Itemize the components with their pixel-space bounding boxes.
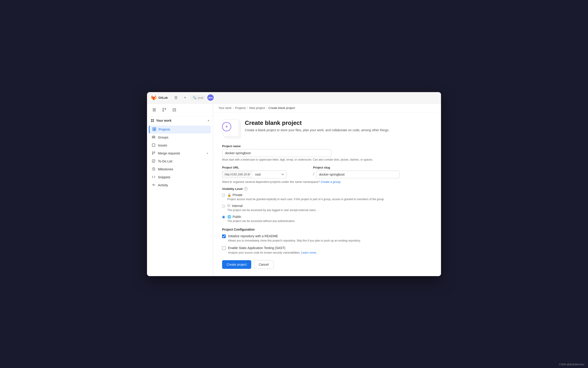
svg-rect-1	[153, 110, 156, 110]
visibility-internal-radio[interactable]	[222, 205, 225, 208]
project-url-label: Project URL	[222, 166, 308, 169]
sidebar-item-projects[interactable]: Projects	[149, 126, 211, 134]
init-readme-checkbox[interactable]	[222, 234, 226, 238]
app-logo: GitLab	[151, 94, 168, 101]
create-group-link[interactable]: Create a group.	[321, 180, 341, 184]
sast-desc: Analyze your source code for known secur…	[228, 250, 317, 255]
sast-checkbox[interactable]	[222, 246, 226, 250]
svg-rect-11	[153, 128, 154, 129]
svg-point-16	[152, 137, 153, 137]
project-slug-group: Project slug /	[313, 166, 400, 178]
visibility-public-radio[interactable]	[222, 216, 225, 219]
cancel-button[interactable]: Cancel	[254, 260, 273, 269]
visibility-private-label[interactable]: 🔒 Private	[227, 193, 384, 197]
sidebar-section-title: Your work	[151, 119, 171, 122]
search-placeholder: avai	[198, 96, 203, 99]
visibility-internal-option: 🛡 Internal The project can be accessed b…	[222, 204, 400, 212]
svg-point-20	[154, 152, 155, 153]
sidebar-item-groups[interactable]: Groups	[149, 134, 211, 141]
gitlab-fox-icon	[151, 94, 157, 101]
titlebar-actions: ☰ + 🔍 avai ava	[172, 94, 214, 101]
merge-requests-icon-btn[interactable]	[160, 106, 169, 114]
svg-rect-10	[153, 121, 154, 122]
sast-option: Enable Static Application Testing (SAST)…	[222, 246, 400, 255]
todo-list-icon	[151, 159, 156, 164]
sidebar-item-milestones[interactable]: Milestones	[149, 165, 211, 173]
sidebar-nav-icon-1[interactable]	[150, 106, 159, 114]
sidebar-item-issues[interactable]: Issues	[149, 141, 211, 149]
project-url-group: Project URL http://192.168.19.8/ root	[222, 166, 308, 178]
merge-requests-icon	[151, 151, 156, 156]
svg-rect-2	[153, 111, 156, 111]
svg-rect-18	[152, 144, 155, 147]
svg-rect-14	[155, 129, 156, 131]
sidebar-item-snippets[interactable]: Snippets	[149, 173, 211, 181]
merge-icon	[162, 108, 166, 112]
issues-icon	[151, 143, 156, 147]
sidebar-item-merge-requests[interactable]: Merge requests ▾	[149, 149, 211, 157]
sidebar-section-header[interactable]: Your work ▾	[147, 116, 213, 125]
page-header: + Create blank project Create a blank pr…	[222, 120, 400, 138]
breadcrumb-new-project[interactable]: New project	[249, 106, 265, 110]
sidebar-toggle-button[interactable]: ☰	[172, 94, 179, 101]
main-content: Your work / Projects / New project / Cre…	[213, 103, 441, 276]
sidebar-item-activity[interactable]: Activity	[149, 181, 211, 189]
breadcrumb-projects[interactable]: Projects	[235, 106, 246, 110]
global-search[interactable]: 🔍 avai	[190, 95, 205, 100]
url-group: http://192.168.19.8/ root	[222, 171, 308, 178]
svg-point-3	[163, 108, 164, 109]
sidebar-item-todo-list[interactable]: To-Do List	[149, 157, 211, 165]
projects-icon	[152, 127, 156, 132]
page-header-text: Create blank project Create a blank proj…	[245, 120, 389, 133]
visibility-private-desc: Project access must be granted explicitl…	[227, 197, 384, 201]
init-readme-label[interactable]: Initialize repository with a README	[228, 234, 278, 238]
new-item-button[interactable]: +	[181, 94, 189, 101]
visibility-internal-content: 🛡 Internal The project can be accessed b…	[227, 204, 317, 212]
form-area: + Create blank project Create a blank pr…	[213, 113, 409, 276]
project-name-input[interactable]	[222, 149, 331, 157]
breadcrumb-sep-1: /	[233, 106, 234, 110]
app-window: GitLab ☰ + 🔍 avai ava	[147, 92, 441, 276]
visibility-public-label[interactable]: 🌐 Public	[227, 215, 295, 219]
project-config-label: Project Configuration	[222, 228, 400, 231]
create-project-button[interactable]: Create project	[222, 260, 251, 269]
svg-point-19	[152, 152, 153, 153]
todo-icon-btn[interactable]	[170, 106, 179, 114]
visibility-public-content: 🌐 Public The project can be accessed wit…	[227, 215, 295, 223]
merge-chevron-icon: ▾	[207, 152, 208, 155]
namespace-select[interactable]: root	[252, 171, 287, 178]
svg-rect-13	[153, 129, 154, 131]
url-slug-row: Project URL http://192.168.19.8/ root Pr…	[222, 166, 400, 178]
breadcrumb-sep-2: /	[247, 106, 248, 110]
svg-rect-0	[153, 109, 156, 109]
sidebar: Your work ▾ Projects	[147, 103, 213, 276]
sidebar-toggle-icon	[152, 108, 156, 112]
visibility-private-radio[interactable]	[222, 194, 225, 197]
visibility-help-icon[interactable]: ?	[244, 187, 248, 191]
shield-icon: 🛡	[227, 204, 231, 208]
groups-icon	[151, 135, 156, 140]
sast-text: Enable Static Application Testing (SAST)…	[228, 246, 317, 255]
svg-point-15	[153, 136, 154, 137]
project-slug-input[interactable]	[316, 171, 400, 178]
project-name-label: Project name	[222, 144, 400, 148]
svg-point-17	[154, 137, 155, 137]
search-icon: 🔍	[193, 96, 196, 99]
breadcrumb-your-work[interactable]: Your work	[218, 106, 231, 110]
visibility-internal-label[interactable]: 🛡 Internal	[227, 204, 317, 208]
sast-learn-more-link[interactable]: Learn more.	[301, 251, 317, 254]
url-base-text: http://192.168.19.8/	[222, 171, 252, 178]
avatar[interactable]: ava	[207, 94, 214, 101]
lock-icon: 🔒	[227, 193, 231, 197]
plus-circle-icon: +	[222, 122, 231, 131]
visibility-public-desc: The project can be accessed without any …	[227, 219, 295, 223]
breadcrumb: Your work / Projects / New project / Cre…	[213, 103, 441, 113]
visibility-public-option: 🌐 Public The project can be accessed wit…	[222, 215, 400, 223]
url-slash-separator: /	[313, 172, 314, 177]
main-layout: Your work ▾ Projects	[147, 103, 441, 276]
sast-label[interactable]: Enable Static Application Testing (SAST)	[228, 246, 285, 250]
visibility-section: Visibility Level ? 🔒 Private Project acc…	[222, 187, 400, 223]
init-readme-desc: Allows you to immediately clone this pro…	[228, 239, 361, 243]
namespace-hint: Want to organize several dependent proje…	[222, 180, 400, 184]
svg-rect-12	[155, 128, 156, 129]
